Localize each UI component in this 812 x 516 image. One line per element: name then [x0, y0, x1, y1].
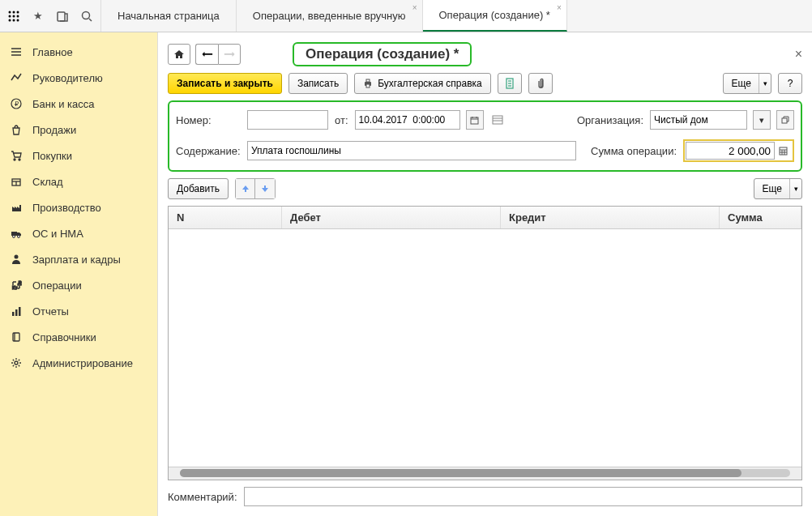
sidebar-item-label: Склад [32, 176, 63, 188]
apps-icon[interactable] [6, 9, 21, 23]
forward-button[interactable]: 🠖 [218, 44, 241, 65]
content-input[interactable] [247, 141, 576, 160]
sidebar-item-label: Зарплата и кадры [32, 254, 121, 266]
sidebar: Главное Руководителю ₽ Банк и касса Прод… [0, 32, 158, 516]
list-icon[interactable] [490, 113, 505, 127]
svg-rect-28 [12, 312, 15, 316]
entries-table: N Дебет Кредит Сумма [168, 206, 802, 480]
sidebar-item-operations[interactable]: ДтКт Операции [0, 272, 157, 298]
sidebar-item-assets[interactable]: ОС и НМА [0, 220, 157, 246]
svg-point-33 [15, 361, 18, 365]
svg-point-25 [15, 255, 19, 259]
table-more-button[interactable]: Еще ▾ [754, 178, 802, 199]
close-page-button[interactable]: × [795, 47, 802, 62]
close-icon[interactable]: × [412, 3, 417, 12]
form-panel: Номер: от: Организация: ▾ Содержание: Су… [168, 100, 802, 172]
date-input[interactable] [355, 110, 460, 130]
tab-operation-create[interactable]: Операция (создание) * × [423, 0, 567, 32]
svg-rect-48 [782, 118, 787, 123]
history-icon[interactable] [55, 9, 70, 23]
sidebar-item-reports[interactable]: Отчеты [0, 298, 157, 324]
horizontal-scrollbar[interactable] [169, 467, 801, 480]
more-button[interactable]: Еще ▾ [723, 73, 771, 94]
comment-input[interactable] [244, 487, 803, 506]
close-icon[interactable]: × [557, 3, 562, 12]
doc-button[interactable] [498, 73, 522, 94]
tab-home[interactable]: Начальная страница [101, 0, 237, 32]
svg-text:₽: ₽ [15, 100, 19, 108]
svg-rect-30 [19, 307, 21, 316]
date-label: от: [335, 114, 348, 126]
svg-rect-29 [15, 309, 18, 316]
help-button[interactable]: ? [778, 73, 802, 94]
number-input[interactable] [247, 110, 328, 130]
back-button[interactable]: 🠔 [195, 44, 218, 65]
table-more-label: Еще [763, 183, 782, 194]
move-down-button[interactable] [255, 179, 275, 198]
svg-point-3 [9, 15, 11, 17]
svg-text:Кт: Кт [12, 285, 17, 290]
sidebar-item-catalogs[interactable]: Справочники [0, 324, 157, 350]
move-up-button[interactable] [236, 179, 255, 198]
chevron-down-icon: ▾ [759, 74, 767, 93]
org-dropdown-button[interactable]: ▾ [753, 110, 771, 130]
nav-row: 🠔 🠖 Операция (создание) * × [168, 42, 802, 66]
tab-operations-list[interactable]: Операции, введенные вручную × [237, 0, 423, 32]
svg-line-11 [89, 19, 92, 21]
chart-icon [10, 71, 23, 84]
svg-rect-35 [366, 79, 370, 82]
column-credit[interactable]: Кредит [501, 207, 720, 228]
svg-point-10 [83, 11, 90, 19]
add-button[interactable]: Добавить [168, 178, 229, 199]
table-header: N Дебет Кредит Сумма [169, 207, 801, 229]
report-button[interactable]: Бухгалтерская справка [354, 73, 491, 94]
svg-rect-9 [58, 12, 65, 21]
save-button[interactable]: Записать [288, 73, 348, 94]
bag-icon [10, 123, 23, 136]
attach-button[interactable] [528, 73, 553, 94]
save-close-button[interactable]: Записать и закрыть [168, 73, 282, 94]
svg-point-24 [18, 236, 20, 238]
sidebar-item-label: Операции [32, 279, 82, 292]
svg-point-17 [14, 159, 15, 160]
svg-point-2 [17, 11, 19, 13]
column-n[interactable]: N [169, 207, 282, 228]
search-icon[interactable] [79, 9, 94, 23]
svg-point-18 [19, 159, 20, 160]
number-label: Номер: [176, 114, 241, 126]
sidebar-item-label: Руководителю [32, 72, 103, 84]
svg-rect-31 [13, 333, 19, 341]
top-toolbar: ★ Начальная страница Операции, введенные… [0, 0, 812, 32]
org-input[interactable] [650, 110, 747, 130]
svg-rect-45 [493, 116, 502, 124]
sidebar-item-hr[interactable]: Зарплата и кадры [0, 246, 157, 272]
sum-input[interactable] [686, 142, 775, 160]
org-open-button[interactable] [776, 110, 794, 130]
report-button-label: Бухгалтерская справка [378, 78, 482, 89]
form-row-2: Содержание: Сумма операции: [176, 139, 794, 162]
column-debit[interactable]: Дебет [282, 207, 501, 228]
sidebar-item-main[interactable]: Главное [0, 39, 157, 65]
sidebar-item-admin[interactable]: Администрирование [0, 350, 157, 376]
calendar-button[interactable] [466, 110, 484, 130]
sidebar-item-sales[interactable]: Продажи [0, 117, 157, 143]
calculator-button[interactable] [774, 142, 792, 160]
sidebar-item-manager[interactable]: Руководителю [0, 65, 157, 91]
table-body[interactable] [169, 229, 801, 467]
box-icon [10, 175, 23, 188]
svg-point-8 [17, 19, 19, 21]
top-quick-icons: ★ [0, 0, 101, 32]
table-toolbar: Добавить Еще ▾ [168, 178, 802, 199]
sidebar-item-warehouse[interactable]: Склад [0, 168, 157, 194]
svg-text:Дт: Дт [18, 280, 22, 285]
svg-point-0 [9, 11, 11, 13]
content-label: Содержание: [176, 145, 241, 157]
sidebar-item-purchases[interactable]: Покупки [0, 143, 157, 168]
sidebar-item-bank[interactable]: ₽ Банк и касса [0, 91, 157, 117]
home-button[interactable] [168, 44, 190, 65]
star-icon[interactable]: ★ [31, 9, 45, 23]
truck-icon [10, 227, 23, 240]
sidebar-item-production[interactable]: Производство [0, 194, 157, 220]
tab-label: Начальная страница [118, 10, 220, 22]
column-sum[interactable]: Сумма [720, 207, 801, 228]
